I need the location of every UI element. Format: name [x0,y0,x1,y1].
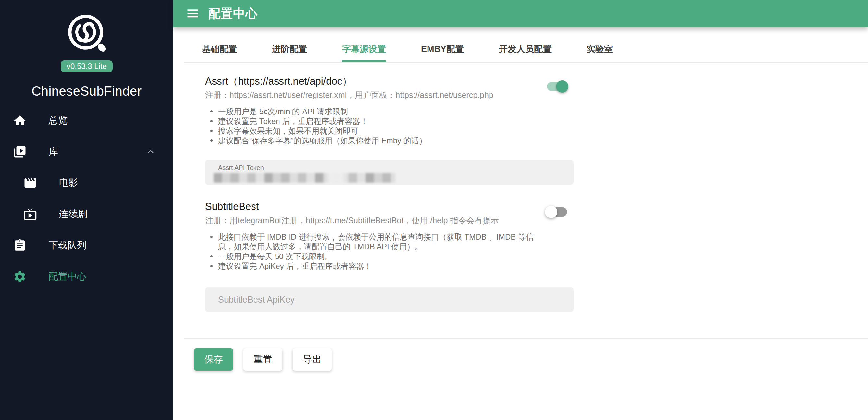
main-area: 配置中心 基础配置 进阶配置 字幕源设置 EMBY配置 开发人员配置 实验室 A… [173,0,868,420]
sidebar-item-label: 连续剧 [59,208,87,221]
toggle-thumb [556,80,568,93]
page-title: 配置中心 [208,5,258,22]
live-tv-icon [23,207,37,221]
sidebar-item-overview[interactable]: 总览 [0,105,173,136]
sidebar: v0.53.3 Lite ChineseSubFinder 总览 库 [0,0,173,420]
toggle-thumb [545,206,557,218]
app-root: v0.53.3 Lite ChineseSubFinder 总览 库 [0,0,868,420]
assignment-icon [13,239,27,252]
sidebar-item-movies[interactable]: 电影 [0,167,173,199]
sidebar-item-label: 库 [49,145,58,158]
subtitlebest-notes-list: 此接口依赖于 IMDB ID 进行搜索，会依赖于公用的信息查询接口（获取 TMD… [205,232,546,271]
tab-advanced-config[interactable]: 进阶配置 [254,27,324,62]
sidebar-item-label: 总览 [49,114,67,127]
settings-gear-icon [13,270,27,283]
sidebar-item-series[interactable]: 连续剧 [0,199,173,230]
assrt-api-token-field[interactable]: Assrt API Token [205,160,574,185]
list-item: 一般用户是 5c次/min 的 API 请求限制 [218,107,546,116]
assrt-enable-toggle[interactable] [546,79,570,94]
assrt-notes-list: 一般用户是 5c次/min 的 API 请求限制 建议设置完 Token 后，重… [205,107,546,146]
masked-token-value [214,173,395,183]
home-icon [13,114,27,128]
list-item: 建议配合“保存多字幕”的选项服用（如果你使用 Emby 的话） [218,136,546,146]
tab-developer-config[interactable]: 开发人员配置 [482,27,569,62]
subtitlebest-section: SubtitleBest 注册：用telegramBot注册，https://t… [205,200,574,312]
list-item: 搜索字幕效果未知，如果不用就关闭即可 [218,126,546,136]
tab-label: 基础配置 [202,43,237,55]
subtitlebest-subtitle: 注册：用telegramBot注册，https://t.me/SubtitleB… [205,215,574,226]
reset-button[interactable]: 重置 [244,348,282,371]
app-name: ChineseSubFinder [31,84,142,99]
video-library-icon [13,145,27,159]
version-badge: v0.53.3 Lite [61,60,113,72]
sidebar-item-label: 电影 [59,176,78,190]
tab-subtitle-sources[interactable]: 字幕源设置 [324,27,403,62]
movie-icon [23,176,37,190]
tab-lab[interactable]: 实验室 [569,27,630,62]
subtitlebest-title: SubtitleBest [205,200,574,213]
sidebar-item-label: 下载队列 [49,239,86,252]
sidebar-item-label: 配置中心 [49,270,86,283]
sidebar-nav: 总览 库 电影 连续剧 [0,105,173,292]
list-item: 此接口依赖于 IMDB ID 进行搜索，会依赖于公用的信息查询接口（获取 TMD… [218,232,546,252]
sidebar-item-library[interactable]: 库 [0,136,173,167]
subtitlebest-apikey-input[interactable] [205,287,574,312]
subtitlebest-enable-toggle[interactable] [546,205,570,219]
tab-panel-subtitle-sources: Assrt（https://assrt.net/api/doc） 注册：http… [173,63,868,420]
tab-label: 字幕源设置 [342,43,386,55]
list-item: 建议设置完 ApiKey 后，重启程序或者容器！ [218,261,546,271]
chevron-up-icon[interactable] [145,146,156,158]
export-button[interactable]: 导出 [293,348,332,371]
tab-bar: 基础配置 进阶配置 字幕源设置 EMBY配置 开发人员配置 实验室 [184,27,868,63]
action-button-row: 保存 重置 导出 [194,348,868,371]
list-item: 一般用户是每天 50 次下载限制。 [218,252,546,261]
assrt-section: Assrt（https://assrt.net/api/doc） 注册：http… [205,75,574,185]
assrt-subtitle: 注册：https://assrt.net/user/register.xml，用… [205,90,574,100]
sidebar-item-download-queue[interactable]: 下载队列 [0,230,173,261]
sidebar-item-config-center[interactable]: 配置中心 [0,261,173,292]
tab-label: 实验室 [587,43,613,55]
tab-label: 进阶配置 [272,43,307,55]
divider [184,338,868,339]
app-logo-icon [65,12,108,55]
menu-icon[interactable] [186,6,200,21]
assrt-api-token-label: Assrt API Token [218,164,561,172]
assrt-title: Assrt（https://assrt.net/api/doc） [205,75,574,88]
save-button[interactable]: 保存 [194,348,233,371]
tab-label: 开发人员配置 [499,43,552,55]
tab-basic-config[interactable]: 基础配置 [184,27,254,62]
tab-emby-config[interactable]: EMBY配置 [403,27,482,62]
list-item: 建议设置完 Token 后，重启程序或者容器！ [218,116,546,126]
tab-label: EMBY配置 [421,43,464,55]
appbar: 配置中心 [173,0,868,27]
